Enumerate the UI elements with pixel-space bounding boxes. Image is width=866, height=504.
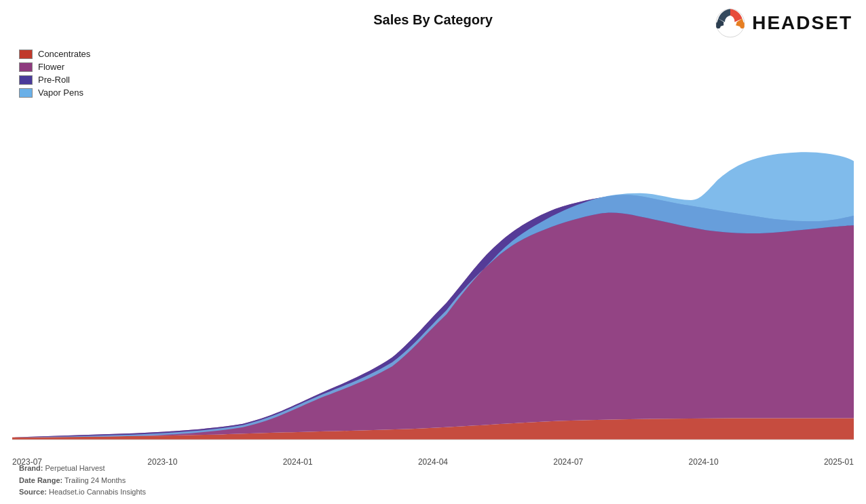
chart-container: Sales By Category HEADSET Concentrates	[0, 0, 866, 504]
x-label-6: 2025-01	[824, 457, 854, 467]
footer-source: Source: Headset.io Cannabis Insights	[19, 486, 146, 499]
svg-rect-1	[716, 22, 720, 28]
x-label-1: 2023-10	[147, 457, 177, 467]
footer-source-label: Source:	[19, 488, 47, 496]
footer-date-label: Date Range:	[19, 476, 62, 484]
svg-rect-2	[740, 22, 745, 28]
headset-logo-text: HEADSET	[752, 12, 852, 34]
chart-area	[12, 46, 854, 450]
x-label-2: 2024-01	[283, 457, 313, 467]
headset-logo: HEADSET	[714, 7, 852, 39]
main-chart-svg	[12, 46, 854, 450]
footer-brand-value: Perpetual Harvest	[45, 464, 105, 472]
x-label-5: 2024-10	[689, 457, 719, 467]
footer-date-value: Trailing 24 Months	[64, 476, 126, 484]
footer-brand-label: Brand:	[19, 464, 43, 472]
x-label-4: 2024-07	[553, 457, 583, 467]
headset-logo-icon	[714, 7, 747, 39]
x-label-3: 2024-04	[418, 457, 448, 467]
footer-info: Brand: Perpetual Harvest Date Range: Tra…	[19, 463, 146, 499]
footer-date-range: Date Range: Trailing 24 Months	[19, 475, 146, 487]
footer-source-value: Headset.io Cannabis Insights	[49, 488, 146, 496]
footer-brand: Brand: Perpetual Harvest	[19, 463, 146, 475]
